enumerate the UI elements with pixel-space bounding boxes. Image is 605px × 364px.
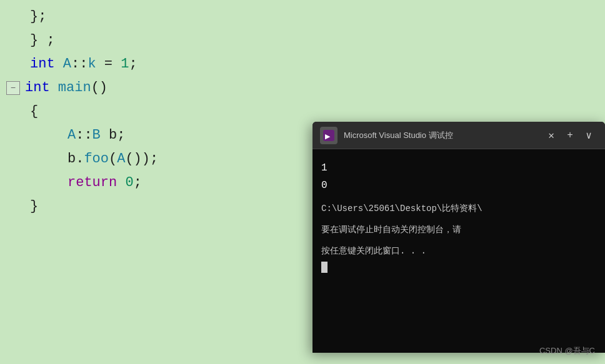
line-content-6: A::B b;	[25, 124, 125, 147]
line-content-8: return 0;	[25, 171, 142, 195]
code-line-2: } ;	[6, 29, 605, 52]
terminal-chevron-button[interactable]: ∨	[580, 127, 598, 144]
terminal-titlebar: ▶ Microsoft Visual Studio 调试控 ✕ + ∨	[312, 122, 605, 149]
terminal-cursor-line	[321, 262, 596, 273]
svg-text:▶: ▶	[325, 132, 331, 140]
code-line-3: int A::k = 1;	[6, 52, 605, 76]
terminal-output-1: 1	[321, 159, 596, 177]
terminal-title: Microsoft Visual Studio 调试控	[344, 130, 541, 141]
terminal-close-button[interactable]: ✕	[542, 127, 560, 144]
watermark: CSDN @吾与C	[539, 345, 595, 357]
terminal-hint-1: 要在调试停止时自动关闭控制台，请	[321, 223, 596, 237]
terminal-body: 1 0 C:\Users\25061\Desktop\比特资料\ 要在调试停止时…	[312, 149, 605, 353]
terminal-cursor	[321, 262, 328, 273]
terminal-hint-2: 按任意键关闭此窗口. . .	[321, 244, 596, 258]
terminal-output-2: 0	[321, 177, 596, 194]
code-line-1: };	[6, 5, 605, 29]
line-content-3: int A::k = 1;	[25, 52, 138, 76]
line-content-7: b.foo(A());	[25, 147, 158, 171]
code-line-4: − int main()	[6, 76, 605, 100]
line-content-9: }	[25, 195, 38, 219]
line-content-1: };	[25, 5, 46, 29]
terminal-path: C:\Users\25061\Desktop\比特资料\	[321, 202, 596, 215]
terminal-window: ▶ Microsoft Visual Studio 调试控 ✕ + ∨ 1 0 …	[312, 122, 605, 353]
line-content-2: } ;	[25, 29, 55, 52]
collapse-button-4[interactable]: −	[6, 81, 20, 95]
code-line-5: {	[6, 100, 605, 124]
terminal-app-icon: ▶	[320, 127, 338, 144]
line-content-4: int main()	[20, 76, 108, 100]
line-content-5: {	[25, 100, 38, 124]
terminal-add-button[interactable]: +	[561, 127, 579, 144]
